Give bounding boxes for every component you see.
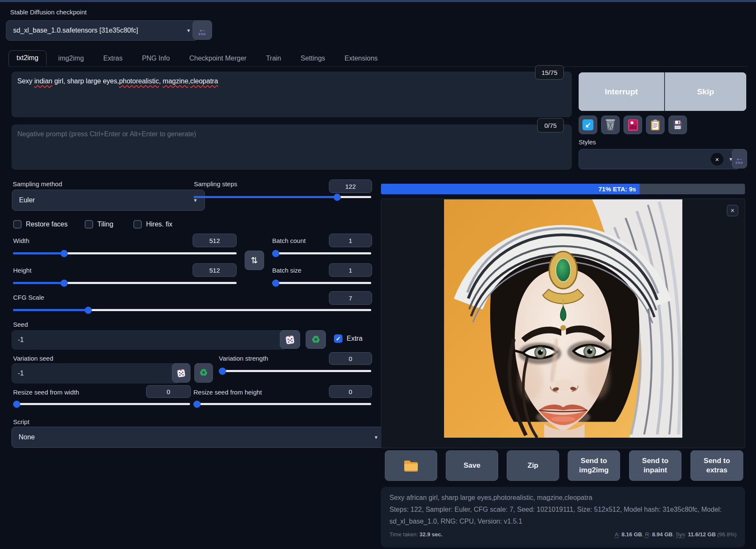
prompt-word-misspelled: indian [34,77,52,85]
cfg-scale-slider[interactable] [13,309,371,311]
batch-size-value[interactable]: 1 [329,263,372,277]
hires-fix-checkbox[interactable] [133,220,142,229]
extra-seed-checkbox[interactable]: ✓ [334,334,342,343]
clear-x-icon: × [715,156,719,163]
tab-checkpoint-merger[interactable]: Checkpoint Merger [182,51,254,66]
result-params-line1: Steps: 122, Sampler: Euler, CFG scale: 7… [389,504,737,516]
checkpoint-value: sd_xl_base_1.0.safetensors [31e35c80fc] [13,27,138,34]
sampling-steps-slider[interactable] [194,196,371,198]
reuse-variation-seed-button[interactable]: ♻ [194,363,213,383]
hires-fix-option[interactable]: Hires. fix [133,220,172,229]
tab-extras[interactable]: Extras [96,51,130,66]
apply-styles-button[interactable] [646,116,665,134]
resize-seed-width-value[interactable]: 0 [146,385,191,398]
prompt-word: girl, sharp large eyes, [52,77,119,85]
resize-seed-height-value[interactable]: 0 [329,385,372,398]
sampling-steps-label: Sampling steps [194,180,237,188]
send-to-img2img-button[interactable]: Send to img2img [568,450,620,481]
resize-seed-height-slider[interactable] [193,403,371,405]
close-gallery-button[interactable]: × [727,205,738,216]
tab-txt2img[interactable]: txt2img [8,50,47,66]
variation-seed-input[interactable]: -1 [11,363,180,383]
send-to-inpaint-button[interactable]: Send to inpaint [629,450,682,481]
restore-faces-checkbox[interactable] [13,220,22,229]
height-slider[interactable] [13,282,237,284]
tab-settings[interactable]: Settings [293,51,333,66]
tab-png-info[interactable]: PNG Info [134,51,177,66]
extra-seed-label: Extra [347,335,362,342]
interrupt-button[interactable]: Interrupt [579,72,665,111]
reuse-seed-button[interactable]: ♻ [306,330,326,349]
tab-img2img[interactable]: img2img [51,51,91,66]
seed-input[interactable]: -1 [11,330,287,350]
extra-networks-button[interactable] [624,116,642,134]
clipboard-icon [651,119,660,131]
arrow-down-left-icon: ↙ [582,119,593,130]
height-value[interactable]: 512 [193,263,237,277]
prompt-textarea[interactable]: Sexy indian girl, sharp large eyes,photo… [11,72,572,117]
stable-diffusion-webui: Stable Diffusion checkpoint sd_xl_base_1… [0,0,756,549]
zip-button[interactable]: Zip [507,450,559,481]
negative-prompt-placeholder: Negative prompt (press Ctrl+Enter or Alt… [17,130,196,138]
close-icon: × [731,207,734,215]
time-taken-text: Time taken: 32.9 sec. [389,531,442,538]
progress-bar-fill: 71% ETA: 9s [381,184,640,194]
tiling-option[interactable]: Tiling [85,220,113,229]
end-arrow-icon: ←END [198,25,207,36]
batch-count-value[interactable]: 1 [329,234,372,247]
open-folder-button[interactable] [385,450,437,481]
variation-strength-label: Variation strength [219,355,268,362]
floppy-disk-icon [673,120,683,130]
negative-prompt-textarea[interactable]: Negative prompt (press Ctrl+Enter or Alt… [11,124,572,170]
sampling-method-select[interactable]: Euler ▼ [12,190,205,211]
swap-dimensions-button[interactable]: ⇅ [245,251,264,270]
cfg-scale-label: CFG Scale [13,294,44,301]
tiling-checkbox[interactable] [85,220,93,229]
chevron-down-icon: ▼ [193,198,198,203]
extra-seed-option[interactable]: ✓ Extra [334,334,362,343]
restore-faces-label: Restore faces [26,221,68,228]
send-to-extras-button[interactable]: Send to extras [690,450,743,481]
batch-count-slider[interactable] [272,252,371,254]
chevron-down-icon: ▼ [186,28,191,33]
width-value[interactable]: 512 [193,234,237,247]
batch-size-slider[interactable] [272,282,371,284]
variation-strength-value[interactable]: 0 [329,352,372,365]
width-slider[interactable] [13,252,237,254]
checkpoint-select[interactable]: sd_xl_base_1.0.safetensors [31e35c80fc] … [6,20,198,41]
hires-fix-label: Hires. fix [146,221,172,228]
styles-clear-button[interactable]: × [711,153,723,166]
swap-arrows-icon: ⇅ [251,255,258,265]
memory-usage-text: A: 8.16 GB, R: 8.94 GB, Sys: 11.6/12 GB … [615,531,737,538]
styles-select[interactable]: × ▼ [579,149,740,169]
sampling-method-value: Euler [19,196,35,204]
prompt-word-misspelled: photorealistic [119,77,159,85]
random-variation-seed-button[interactable] [172,363,190,383]
clear-prompt-button[interactable] [601,116,620,134]
tab-train[interactable]: Train [258,51,289,66]
cfg-scale-value[interactable]: 7 [329,291,372,305]
checkpoint-refresh-button[interactable]: ←END [193,20,212,40]
interrupt-skip-group: Interrupt Skip [579,72,746,111]
random-seed-button[interactable] [280,330,300,349]
generated-image[interactable] [444,199,682,438]
skip-button[interactable]: Skip [665,72,746,111]
script-select[interactable]: None ▼ [11,427,386,448]
tab-extensions[interactable]: Extensions [337,51,385,66]
paste-params-button[interactable]: ↙ [579,116,597,134]
batch-size-label: Batch size [272,267,301,274]
save-button[interactable]: Save [446,450,498,481]
generation-info-panel: Sexy african girl, sharp large eyes,phot… [381,487,745,547]
restore-faces-option[interactable]: Restore faces [13,220,68,229]
progress-bar: 71% ETA: 9s [381,184,745,194]
seed-label: Seed [13,321,28,328]
width-label: Width [13,237,29,244]
checkpoint-label: Stable Diffusion checkpoint [10,8,87,16]
time-taken-value: 32.9 sec. [419,531,442,538]
apply-style-to-prompt-button[interactable]: ←END [732,149,747,168]
sampling-steps-value[interactable]: 122 [329,179,372,193]
chevron-down-icon: ▼ [374,435,378,440]
resize-seed-width-slider[interactable] [13,403,190,405]
save-style-button[interactable] [668,116,687,134]
variation-strength-slider[interactable] [219,370,371,372]
